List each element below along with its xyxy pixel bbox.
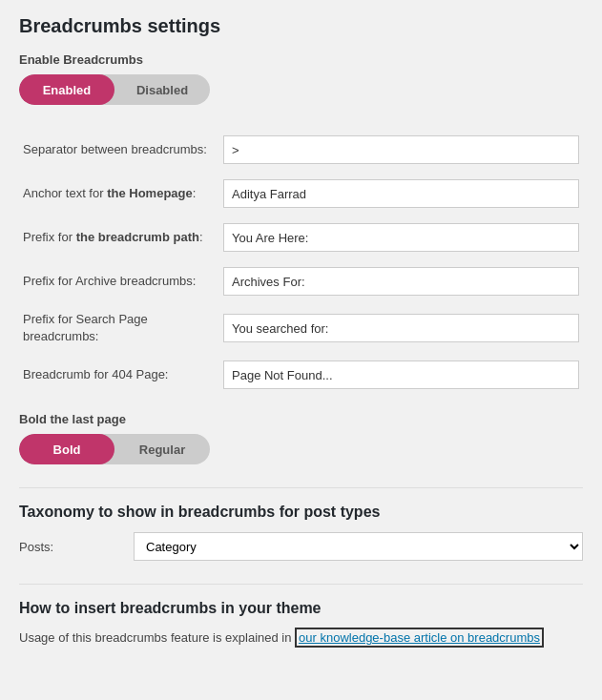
- table-row: Prefix for Search Page breadcrumbs:: [19, 303, 583, 353]
- archive-prefix-input[interactable]: [223, 267, 579, 296]
- knowledge-base-link[interactable]: our knowledge-base article on breadcrumb…: [295, 628, 544, 648]
- table-row: Prefix for Archive breadcrumbs:: [19, 259, 583, 303]
- field-label-404: Breadcrumb for 404 Page:: [19, 353, 219, 397]
- link-box: our knowledge-base article on breadcrumb…: [295, 628, 544, 648]
- bold-button[interactable]: Bold: [19, 434, 114, 464]
- search-prefix-input[interactable]: [223, 314, 579, 342]
- enable-breadcrumbs-toggle[interactable]: Enabled Disabled: [19, 74, 210, 105]
- how-to-title: How to insert breadcrumbs in your theme: [19, 600, 583, 617]
- separator-input[interactable]: [223, 135, 579, 164]
- settings-form: Separator between breadcrumbs: Anchor te…: [19, 128, 583, 397]
- table-row: Anchor text for the Homepage:: [19, 172, 583, 216]
- how-to-section: How to insert breadcrumbs in your theme …: [19, 600, 583, 648]
- posts-label: Posts:: [19, 540, 134, 554]
- bold-last-page-label: Bold the last page: [19, 412, 583, 426]
- table-row: Prefix for the breadcrumb path:: [19, 216, 583, 259]
- table-row: Separator between breadcrumbs:: [19, 128, 583, 172]
- enable-breadcrumbs-section: Enable Breadcrumbs Enabled Disabled: [19, 52, 583, 105]
- posts-select-row: Posts: Category Tag: [19, 532, 583, 561]
- table-row: Breadcrumb for 404 Page:: [19, 353, 583, 397]
- field-label-archive: Prefix for Archive breadcrumbs:: [19, 259, 219, 303]
- taxonomy-title: Taxonomy to show in breadcrumbs for post…: [19, 504, 583, 521]
- category-select[interactable]: Category Tag: [134, 532, 583, 561]
- taxonomy-section: Taxonomy to show in breadcrumbs for post…: [19, 504, 583, 561]
- field-label-homepage: Anchor text for the Homepage:: [19, 172, 219, 216]
- field-label-breadcrumb-path: Prefix for the breadcrumb path:: [19, 216, 219, 259]
- bold-last-page-section: Bold the last page Bold Regular: [19, 412, 583, 464]
- bold-last-page-toggle[interactable]: Bold Regular: [19, 434, 210, 464]
- field-label-separator: Separator between breadcrumbs:: [19, 128, 219, 172]
- enabled-button[interactable]: Enabled: [19, 74, 114, 105]
- disabled-button[interactable]: Disabled: [114, 74, 210, 105]
- how-to-text: Usage of this breadcrumbs feature is exp…: [19, 628, 583, 648]
- breadcrumb-path-input[interactable]: [223, 223, 579, 252]
- page-title: Breadcrumbs settings: [19, 15, 583, 37]
- page-404-input[interactable]: [223, 360, 579, 389]
- regular-button[interactable]: Regular: [114, 434, 210, 464]
- divider-2: [19, 584, 583, 585]
- how-to-text-prefix: Usage of this breadcrumbs feature is exp…: [19, 630, 295, 645]
- divider: [19, 487, 583, 488]
- field-label-search: Prefix for Search Page breadcrumbs:: [19, 303, 219, 353]
- enable-breadcrumbs-label: Enable Breadcrumbs: [19, 52, 583, 67]
- homepage-anchor-input[interactable]: [223, 179, 579, 208]
